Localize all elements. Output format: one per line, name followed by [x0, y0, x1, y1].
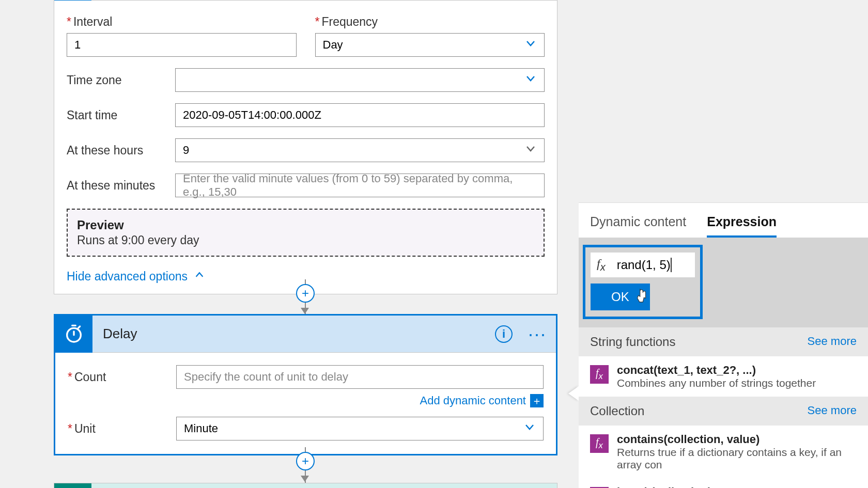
- fx-icon: fx: [597, 257, 606, 273]
- string-functions-header: String functions See more: [579, 327, 868, 356]
- chevron-down-icon: [524, 72, 537, 88]
- count-label: *Count: [68, 370, 176, 384]
- starttime-input[interactable]: 2020-09-05T14:00:00.000Z: [175, 103, 545, 127]
- unit-select[interactable]: Minute: [176, 417, 544, 440]
- func-contains[interactable]: fx contains(collection, value) Returns t…: [579, 426, 868, 478]
- minutes-label: At these minutes: [67, 179, 175, 193]
- delay-card: Delay i ··· *Count Specify the count of …: [54, 314, 557, 455]
- delay-info-button[interactable]: i: [495, 325, 513, 343]
- delay-title: Delay: [103, 326, 137, 342]
- add-step-button[interactable]: +: [296, 452, 315, 470]
- arrow-down-icon: [301, 476, 309, 482]
- timezone-select[interactable]: [175, 68, 545, 92]
- info-icon: i: [495, 325, 513, 343]
- fx-badge-icon: fx: [590, 365, 609, 384]
- see-more-string[interactable]: See more: [808, 335, 857, 349]
- expression-panel: Dynamic content Expression fx rand(1, 5)…: [579, 202, 868, 488]
- expression-ok-button[interactable]: OK: [591, 284, 650, 310]
- expression-highlight: fx rand(1, 5) OK: [583, 245, 703, 319]
- see-more-collection[interactable]: See more: [808, 404, 857, 418]
- func-signature: contains(collection, value): [617, 433, 857, 446]
- delay-more-button[interactable]: ···: [528, 325, 547, 343]
- preview-text: Runs at 9:00 every day: [77, 233, 534, 247]
- expression-input[interactable]: fx rand(1, 5): [591, 253, 695, 277]
- add-dynamic-content-link[interactable]: Add dynamic content＋: [68, 394, 544, 407]
- collection-header: Collection See more: [579, 397, 868, 426]
- frequency-label: *Frequency: [315, 15, 545, 29]
- func-concat[interactable]: fx concat(text_1, text_2?, ...) Combines…: [579, 356, 868, 397]
- delay-header[interactable]: Delay i ···: [55, 316, 556, 353]
- next-header[interactable]: [54, 483, 557, 488]
- timezone-label: Time zone: [67, 73, 175, 87]
- more-icon: ···: [528, 325, 547, 343]
- recurrence-header[interactable]: Recurrence ···: [54, 0, 557, 1]
- func-description: Returns true if a dictionary contains a …: [617, 446, 857, 471]
- func-length[interactable]: fx length(collection) Returns the number…: [579, 478, 868, 488]
- next-icon-tile: [54, 483, 91, 489]
- recurrence-card: Recurrence ··· *Interval 1 *Frequency Da…: [54, 0, 557, 294]
- chevron-up-icon: [194, 269, 205, 284]
- delay-icon-tile: [55, 316, 92, 353]
- unit-label: *Unit: [68, 422, 176, 436]
- minutes-input[interactable]: Enter the valid minute values (from 0 to…: [175, 174, 545, 197]
- chevron-down-icon: [523, 421, 536, 436]
- recurrence-icon-tile: [54, 0, 91, 1]
- hours-select[interactable]: 9: [175, 138, 545, 162]
- interval-label: *Interval: [67, 15, 297, 29]
- preview-box: Preview Runs at 9:00 every day: [67, 209, 545, 257]
- frequency-select[interactable]: Day: [315, 33, 545, 57]
- interval-input[interactable]: 1: [67, 33, 297, 57]
- tab-expression[interactable]: Expression: [707, 214, 777, 238]
- add-step-button[interactable]: +: [296, 284, 315, 303]
- plus-icon: ＋: [530, 394, 544, 407]
- next-card: [54, 483, 557, 488]
- arrow-down-icon: [301, 308, 309, 314]
- tab-dynamic-content[interactable]: Dynamic content: [590, 214, 686, 238]
- count-input[interactable]: Specify the count of unit to delay: [176, 365, 544, 389]
- hours-label: At these hours: [67, 144, 175, 158]
- starttime-label: Start time: [67, 108, 175, 122]
- fx-badge-icon: fx: [590, 434, 609, 453]
- hide-advanced-toggle[interactable]: Hide advanced options: [67, 269, 205, 284]
- chevron-down-icon: [524, 143, 537, 158]
- stopwatch-icon: [64, 324, 84, 344]
- func-description: Combines any number of strings together: [617, 377, 857, 389]
- func-signature: length(collection): [617, 485, 857, 488]
- callout-arrow-icon: [568, 386, 579, 401]
- preview-title: Preview: [77, 218, 534, 232]
- pointer-cursor-icon: [634, 288, 648, 303]
- chevron-down-icon: [524, 37, 537, 53]
- func-signature: concat(text_1, text_2?, ...): [617, 364, 857, 377]
